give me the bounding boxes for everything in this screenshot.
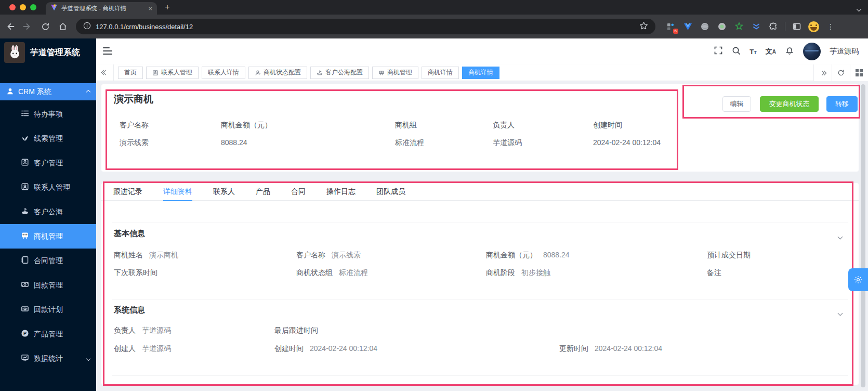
site-info-icon[interactable] — [83, 22, 91, 32]
sidebar: 芋道管理系统 CRM 系统 待办事项 线索管理 客户管理 联系人管理 客户公 — [0, 38, 96, 391]
search-icon[interactable] — [732, 46, 741, 57]
field-customer-name: 客户名称演示线索 — [296, 251, 361, 260]
sidebar-item-receivable-plan[interactable]: 回款计划 — [0, 297, 96, 322]
bookmark-star-icon[interactable] — [639, 21, 648, 32]
field-amount: 商机金额（元）8088.24 — [486, 251, 570, 260]
sidebar-item-label: 商机管理 — [34, 232, 63, 241]
tab-contacts[interactable]: 联系人 — [213, 183, 235, 201]
sidebar-item-products[interactable]: P 产品管理 — [0, 322, 96, 346]
sidebar-item-crm-root[interactable]: CRM 系统 — [0, 83, 96, 100]
sidebar-item-customers[interactable]: 客户管理 — [0, 151, 96, 175]
edit-button[interactable]: 编辑 — [722, 96, 751, 112]
settings-gear-button[interactable] — [848, 268, 868, 291]
tag-tab-business-detail-active[interactable]: 商机详情 — [462, 67, 499, 79]
tag-tab-business-detail[interactable]: 商机详情 — [422, 67, 459, 79]
change-status-button[interactable]: 变更商机状态 — [760, 96, 819, 112]
window-maximize-button[interactable] — [30, 4, 36, 10]
language-icon[interactable]: 文A — [766, 47, 776, 56]
business-summary-card: 演示商机 编辑 变更商机状态 转移 客户名称演示线索 商机金额（元）8088.2… — [101, 84, 859, 172]
extension-star-icon[interactable] — [733, 21, 745, 32]
sidebar-item-business[interactable]: 商机管理 — [0, 224, 96, 249]
tab-contracts[interactable]: 合同 — [291, 183, 306, 201]
side-panel-icon[interactable] — [791, 21, 803, 32]
fullscreen-icon[interactable] — [714, 46, 723, 57]
collapse-chevron-icon[interactable] — [838, 231, 842, 241]
sidebar-item-public-sea[interactable]: 客户公海 — [0, 200, 96, 224]
tags-refresh-icon[interactable] — [832, 64, 850, 81]
user-avatar[interactable] — [803, 43, 821, 60]
tag-tab-contact-mgmt[interactable]: 联系人管理 — [146, 67, 199, 79]
page-scrollbar[interactable] — [861, 84, 865, 387]
tags-scroll-right-icon[interactable] — [813, 64, 832, 81]
tab-detail-info[interactable]: 详细资料 — [163, 183, 192, 201]
notification-bell-icon[interactable] — [785, 46, 794, 57]
home-icon[interactable] — [55, 19, 71, 34]
back-icon[interactable] — [2, 19, 18, 34]
tag-tabs-bar: 首页 联系人管理 联系人详情 商机状态配置 客户公海配置 商机管理 商机详情 商… — [96, 64, 868, 81]
sidebar-item-label: 待办事项 — [34, 110, 63, 119]
extension-chevrons-icon[interactable] — [751, 21, 762, 32]
sidebar-item-todo[interactable]: 待办事项 — [0, 102, 96, 126]
field-creator: 创建人芋道源码 — [114, 344, 171, 354]
sidebar-item-leads[interactable]: 线索管理 — [0, 126, 96, 151]
tab-operation-log[interactable]: 操作日志 — [326, 183, 356, 201]
field-status-group: 商机状态组标准流程 — [296, 268, 368, 278]
new-tab-button[interactable]: + — [162, 3, 173, 12]
tag-tab-status-config[interactable]: 商机状态配置 — [248, 67, 307, 79]
tag-tab-sea-config[interactable]: 客户公海配置 — [310, 67, 369, 79]
sidebar-item-label: 联系人管理 — [34, 183, 70, 192]
bus-icon — [21, 231, 29, 241]
extension-ball-icon[interactable] — [699, 21, 711, 32]
profile-avatar-icon[interactable] — [808, 21, 819, 32]
tag-tab-contact-detail[interactable]: 联系人详情 — [202, 67, 245, 79]
section-divider — [112, 375, 848, 376]
reload-icon[interactable] — [37, 19, 53, 34]
business-detail-card: 跟进记录 详细资料 联系人 产品 合同 操作日志 团队成员 基本信息 商机姓名演… — [101, 183, 859, 385]
chevron-down-icon — [86, 356, 90, 360]
url-bar[interactable]: 127.0.0.1/crm/business/detail/12 — [76, 19, 655, 34]
field-remark: 备注 — [707, 268, 728, 278]
browser-tabstrip: 芋道管理系统 - 商机详情 × + — [0, 0, 868, 15]
browser-toolbar: 127.0.0.1/crm/business/detail/12 6 — [0, 15, 868, 38]
sidebar-root-label: CRM 系统 — [18, 87, 51, 97]
tab-products[interactable]: 产品 — [256, 183, 270, 201]
summary-group: 商机组标准流程 — [395, 121, 424, 148]
sidebar-item-contacts[interactable]: 联系人管理 — [0, 175, 96, 200]
app-logo[interactable]: 芋道管理系统 — [0, 38, 96, 67]
font-size-icon[interactable]: TT — [749, 48, 756, 56]
extension-tabs-icon[interactable]: 6 — [665, 21, 676, 32]
tab-follow-records[interactable]: 跟进记录 — [113, 183, 142, 201]
tag-tab-business-mgmt[interactable]: 商机管理 — [372, 67, 418, 79]
collapse-chevron-icon[interactable] — [838, 308, 842, 317]
sidebar-item-contracts[interactable]: 合同管理 — [0, 249, 96, 273]
tab-team-members[interactable]: 团队成员 — [376, 183, 405, 201]
extension-badge: 6 — [673, 29, 678, 34]
notebook-icon — [21, 256, 29, 266]
transfer-button[interactable]: 转移 — [826, 96, 858, 112]
sidebar-item-label: 客户管理 — [34, 159, 63, 168]
extensions-puzzle-icon[interactable] — [768, 21, 779, 32]
summary-amount: 商机金额（元）8088.24 — [221, 121, 272, 147]
tag-tab-home[interactable]: 首页 — [118, 67, 143, 79]
field-create-time: 创建时间2024-02-24 00:12:04 — [274, 344, 377, 354]
window-minimize-button[interactable] — [20, 4, 26, 10]
money-plan-icon — [21, 305, 29, 315]
extension-record-icon[interactable] — [716, 21, 728, 32]
summary-owner: 负责人芋道源码 — [493, 121, 522, 148]
vite-favicon-icon — [50, 4, 58, 13]
browser-tab[interactable]: 芋道管理系统 - 商机详情 × — [46, 2, 157, 15]
browser-menu-icon[interactable]: ⋮ — [825, 21, 836, 32]
app-window: 芋道管理系统 CRM 系统 待办事项 线索管理 客户管理 联系人管理 客户公 — [0, 38, 868, 391]
tab-search-icon[interactable] — [857, 4, 861, 13]
window-close-button[interactable] — [9, 4, 16, 10]
todo-list-icon — [21, 109, 29, 119]
sidebar-item-statistics[interactable]: 数据统计 — [0, 346, 96, 371]
id-card-icon — [21, 158, 29, 168]
tab-close-icon[interactable]: × — [148, 5, 152, 12]
sidebar-item-receivables[interactable]: 回款管理 — [0, 273, 96, 297]
extension-vue-devtools-icon[interactable] — [682, 21, 693, 32]
forward-icon[interactable] — [20, 19, 35, 34]
collapse-menu-icon[interactable] — [103, 47, 112, 57]
tags-menu-grid-icon[interactable] — [850, 64, 868, 81]
tags-scroll-left-icon[interactable] — [96, 64, 114, 81]
